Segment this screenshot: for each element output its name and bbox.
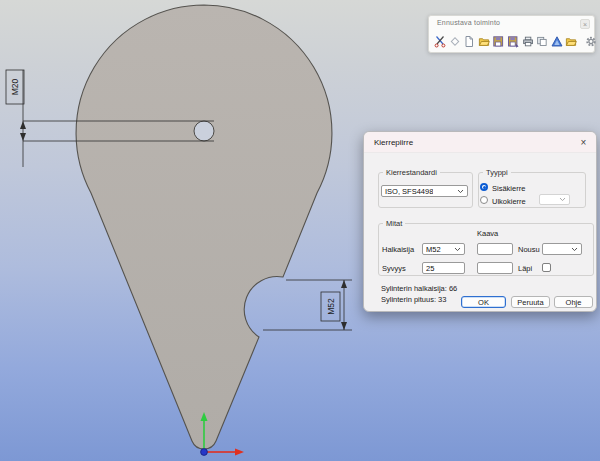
arrow-down-icon <box>20 133 26 141</box>
diameter-combo[interactable]: M52 <box>422 243 465 255</box>
arrow-up-icon <box>341 280 347 288</box>
new-document-icon[interactable] <box>463 35 475 48</box>
cylinder-diameter-info: Sylinterin halkaisija: 66 <box>381 284 457 293</box>
erase-icon[interactable] <box>449 35 461 48</box>
dialog-close-button[interactable]: × <box>577 136 590 149</box>
print-icon[interactable] <box>522 35 534 48</box>
help-button[interactable]: Ohje <box>554 296 593 308</box>
through-label: Läpi <box>518 264 532 273</box>
thread-standard-value: ISO, SFS4498 <box>385 187 433 196</box>
dimensions-group-label: Mitat <box>383 219 405 228</box>
arrow-up-icon <box>20 121 26 129</box>
diameter-value: M52 <box>426 245 441 254</box>
formula-column-label: Kaava <box>477 229 498 238</box>
x-axis-arrow-icon <box>235 449 244 456</box>
cylinder-length-info: Sylinterin pituus: 33 <box>381 295 446 304</box>
arrow-down-icon <box>341 322 347 330</box>
thread-type-group-label: Tyyppi <box>483 168 511 177</box>
dialog-titlebar[interactable]: Kierrepiirre × <box>364 132 596 153</box>
toolbar-close-button[interactable]: × <box>580 19 590 29</box>
depth-field[interactable] <box>422 262 465 274</box>
internal-thread-radio[interactable] <box>480 183 488 191</box>
diameter-label: Halkaisija <box>382 245 414 254</box>
save-icon[interactable] <box>492 35 504 48</box>
internal-thread-label: Sisäkierre <box>492 184 525 193</box>
thread-standard-group-label: Kierrestandardi <box>383 168 440 177</box>
cut-icon[interactable] <box>434 35 446 48</box>
external-thread-radio[interactable] <box>480 196 488 204</box>
chevron-down-icon <box>559 197 566 202</box>
toolbar-icon-row <box>434 35 591 48</box>
chevron-down-icon <box>571 247 578 252</box>
chevron-down-icon <box>457 189 464 194</box>
toolbar-title: Ennustava toiminto <box>437 19 500 26</box>
open-folder-icon[interactable] <box>478 35 490 48</box>
depth-formula-field[interactable] <box>477 262 513 274</box>
settings-gear-icon[interactable] <box>585 35 597 48</box>
pitch-combo[interactable] <box>542 243 582 255</box>
copy-icon[interactable] <box>536 35 548 48</box>
predictive-action-toolbar: Ennustava toiminto × <box>428 15 595 53</box>
depth-label: Syvyys <box>382 264 406 273</box>
external-thread-size-combo[interactable] <box>539 194 570 205</box>
dialog-title: Kierrepiirre <box>374 138 413 147</box>
origin-point <box>201 449 208 456</box>
chevron-down-icon <box>454 247 461 252</box>
through-checkbox[interactable] <box>542 263 551 272</box>
dimension-m20-label: M20 <box>10 78 20 95</box>
pitch-label: Nousu <box>518 245 540 254</box>
thread-feature-dialog: Kierrepiirre × Kierrestandardi ISO, SFS4… <box>363 131 597 312</box>
part-hole[interactable] <box>194 121 214 141</box>
part-shape[interactable] <box>76 5 332 449</box>
external-thread-label: Ulkokierre <box>492 197 526 206</box>
dimension-m52-label: M52 <box>326 298 336 315</box>
diameter-formula-field[interactable] <box>477 243 513 255</box>
save-as-icon[interactable] <box>507 35 519 48</box>
thread-standard-combo[interactable]: ISO, SFS4498 <box>381 185 468 197</box>
ok-button[interactable]: OK <box>461 296 506 308</box>
cancel-button[interactable]: Peruuta <box>511 296 550 308</box>
model-icon[interactable] <box>551 35 563 48</box>
library-folder-icon[interactable] <box>565 35 577 48</box>
dimension-m52[interactable] <box>263 280 352 330</box>
